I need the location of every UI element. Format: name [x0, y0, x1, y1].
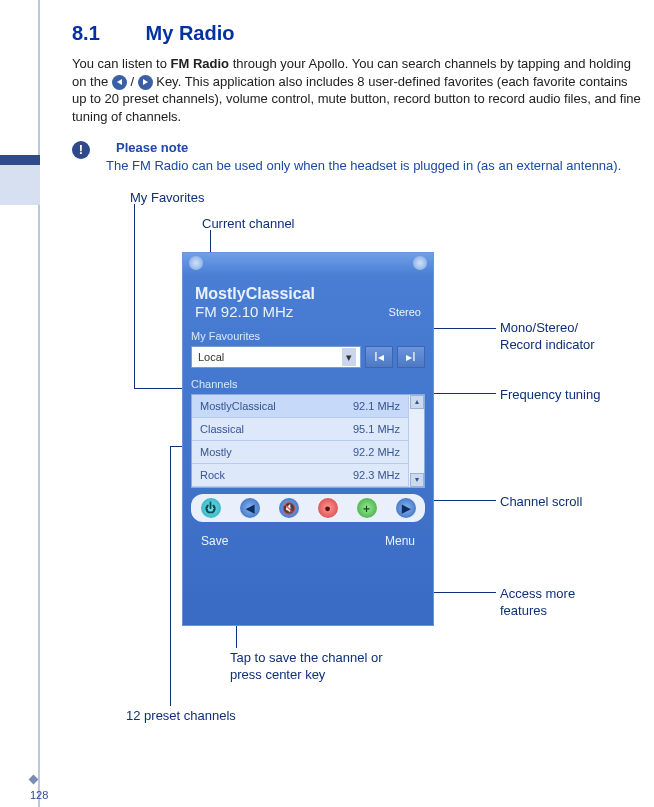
shot-tune-down[interactable]: I◂: [365, 346, 393, 368]
next-icon[interactable]: ▶: [396, 498, 416, 518]
shot-fav-dropdown[interactable]: Local ▾: [191, 346, 361, 368]
mute-icon[interactable]: 🔇: [279, 498, 299, 518]
left-vertical-rule: [38, 0, 40, 807]
shot-control-bar: ⏻ ◀ 🔇 ● ＋ ▶: [191, 494, 425, 522]
callout-access-more: Access more features: [500, 586, 610, 619]
device-screenshot: MostlyClassical FM 92.10 MHz Stereo My F…: [182, 252, 434, 626]
shot-station-name: MostlyClassical: [195, 285, 421, 303]
section-heading: 8.1 My Radio: [72, 22, 642, 45]
leader-line: [134, 204, 135, 388]
right-key-icon: [138, 75, 153, 90]
side-tab: [0, 165, 40, 205]
leader-line: [428, 393, 496, 394]
callout-preset-channels: 12 preset channels: [126, 708, 236, 724]
annotated-diagram: My Favorites Current channel Mono/Stereo…: [72, 190, 632, 750]
shot-channels-label: Channels: [183, 374, 433, 392]
leader-line: [170, 446, 171, 706]
section-number: 8.1: [72, 22, 140, 45]
callout-my-favorites: My Favorites: [130, 190, 204, 206]
shot-softkey-menu[interactable]: Menu: [385, 534, 415, 548]
shot-softkey-save[interactable]: Save: [201, 534, 228, 548]
note-text: The FM Radio can be used only when the h…: [106, 158, 621, 173]
list-item[interactable]: Mostly 92.2 MHz: [192, 441, 408, 464]
left-key-icon: [112, 75, 127, 90]
note-body: Please note The FM Radio can be used onl…: [106, 139, 621, 174]
callout-channel-scroll: Channel scroll: [500, 494, 582, 510]
callout-mono-stereo: Mono/Stereo/ Record indicator: [500, 320, 595, 353]
shot-frequency: FM 92.10 MHz: [195, 303, 293, 320]
scroll-up-icon[interactable]: ▴: [410, 395, 424, 409]
note-block: ! Please note The FM Radio can be used o…: [72, 139, 642, 174]
page-number: 128: [30, 789, 48, 801]
scroll-down-icon[interactable]: ▾: [410, 473, 424, 487]
shot-scrollbar[interactable]: ▴ ▾: [408, 395, 424, 487]
side-tab-accent: [0, 155, 40, 165]
bold-fm-radio: FM Radio: [171, 56, 230, 71]
list-item[interactable]: MostlyClassical 92.1 MHz: [192, 395, 408, 418]
diamond-icon: [29, 775, 39, 785]
list-item[interactable]: Rock 92.3 MHz: [192, 464, 408, 487]
shot-favorites-row: Local ▾ I◂ ▸I: [191, 346, 425, 368]
record-icon[interactable]: ●: [318, 498, 338, 518]
note-icon: !: [72, 141, 90, 159]
shot-fav-label: My Favourites: [183, 326, 433, 344]
note-title: Please note: [116, 140, 188, 155]
shot-dropdown-value: Local: [198, 351, 224, 363]
shot-frequency-row: FM 92.10 MHz Stereo: [195, 303, 421, 320]
prev-icon[interactable]: ◀: [240, 498, 260, 518]
callout-freq-tuning: Frequency tuning: [500, 387, 600, 403]
callout-tap-save: Tap to save the channel or press center …: [230, 650, 400, 683]
callout-current-channel: Current channel: [202, 216, 295, 232]
section-title: My Radio: [146, 22, 235, 44]
add-icon[interactable]: ＋: [357, 498, 377, 518]
page-number-box: 128: [30, 776, 48, 801]
shot-stereo-indicator: Stereo: [389, 306, 421, 318]
power-icon[interactable]: ⏻: [201, 498, 221, 518]
shot-header: MostlyClassical FM 92.10 MHz Stereo: [183, 275, 433, 326]
shot-softkey-row: Save Menu: [183, 528, 433, 556]
shot-channel-list: MostlyClassical 92.1 MHz Classical 95.1 …: [191, 394, 425, 488]
intro-paragraph: You can listen to FM Radio through your …: [72, 55, 642, 125]
list-item[interactable]: Classical 95.1 MHz: [192, 418, 408, 441]
leader-line: [134, 388, 188, 389]
shot-titlebar: [183, 253, 433, 275]
chevron-down-icon: ▾: [342, 348, 356, 366]
leader-line: [434, 500, 496, 501]
page-content: 8.1 My Radio You can listen to FM Radio …: [72, 22, 642, 750]
shot-tune-up[interactable]: ▸I: [397, 346, 425, 368]
